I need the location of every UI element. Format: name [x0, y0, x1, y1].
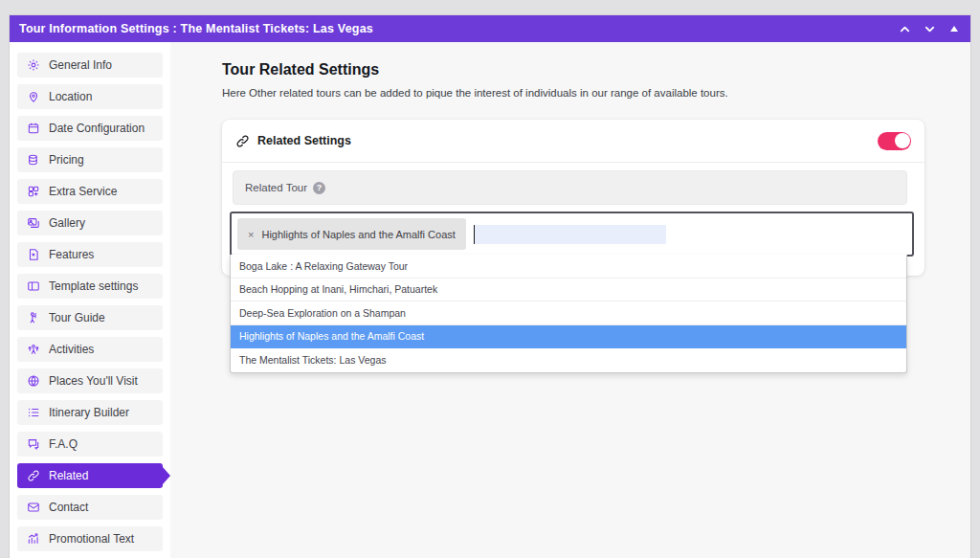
related-tour-field-label-bar: Related Tour ?	[233, 170, 907, 205]
sidebar: General Info Location Date Configuration…	[10, 42, 170, 558]
related-settings-toggle[interactable]	[878, 132, 911, 150]
sidebar-item-label: Location	[49, 90, 92, 103]
chevron-up-icon[interactable]	[898, 22, 911, 35]
selected-tour-tag-label: Highlights of Naples and the Amalfi Coas…	[261, 229, 455, 240]
related-settings-card: Related Settings Related Tour ? × Highli…	[222, 120, 924, 276]
sidebar-item-related[interactable]: Related	[17, 463, 163, 488]
app-window: Tour Information Settings : The Mentalis…	[10, 15, 970, 558]
gear-icon	[27, 58, 40, 72]
sidebar-item-label: Tour Guide	[49, 311, 105, 324]
sidebar-item-features[interactable]: Features	[17, 242, 163, 267]
sidebar-item-label: Promotional Text	[49, 532, 134, 546]
sidebar-item-label: Contact	[49, 501, 88, 514]
sidebar-item-activities[interactable]: Activities	[17, 337, 163, 362]
sidebar-item-label: Features	[49, 248, 94, 261]
main-content: Tour Related Settings Here Other related…	[170, 42, 970, 558]
people-icon	[27, 343, 40, 356]
help-icon[interactable]: ?	[313, 182, 325, 194]
coins-icon	[27, 153, 40, 167]
sidebar-item-label: Extra Service	[49, 185, 117, 198]
globe-icon	[27, 374, 40, 388]
dropdown-option[interactable]: The Mentalist Tickets: Las Vegas	[231, 348, 906, 372]
sidebar-item-label: F.A.Q	[49, 437, 78, 451]
layout-icon	[27, 279, 40, 293]
tour-options-dropdown: Boga Lake : A Relaxing Gateway Tour Beac…	[230, 255, 907, 373]
search-input[interactable]	[475, 225, 666, 244]
sidebar-item-general-info[interactable]: General Info	[17, 53, 163, 78]
sidebar-item-date-configuration[interactable]: Date Configuration	[17, 116, 163, 141]
dropdown-option[interactable]: Beach Hopping at Inani, Himchari, Patuar…	[231, 279, 906, 302]
sidebar-item-location[interactable]: Location	[17, 84, 163, 109]
sidebar-item-template-settings[interactable]: Template settings	[17, 274, 163, 299]
chart-icon	[27, 532, 40, 546]
images-icon	[27, 216, 40, 230]
card-header: Related Settings	[222, 120, 924, 162]
chevron-down-icon[interactable]	[923, 22, 936, 35]
list-icon	[27, 406, 40, 419]
card-divider	[222, 162, 924, 163]
chat-icon	[27, 437, 40, 451]
sidebar-item-faq[interactable]: F.A.Q	[17, 432, 163, 457]
page-title: Tour Related Settings	[222, 61, 924, 78]
sidebar-item-label: Itinerary Builder	[49, 406, 129, 419]
sidebar-item-label: General Info	[49, 58, 112, 72]
sidebar-item-places-youll-visit[interactable]: Places You'll Visit	[17, 368, 163, 393]
selected-tour-tag: × Highlights of Naples and the Amalfi Co…	[237, 218, 466, 250]
related-tour-select-wrap: × Highlights of Naples and the Amalfi Co…	[230, 212, 914, 257]
sidebar-item-label: Places You'll Visit	[49, 374, 138, 388]
titlebar-actions	[898, 22, 961, 35]
sidebar-item-label: Related	[49, 469, 88, 482]
sidebar-item-label: Pricing	[49, 153, 84, 167]
grid-plus-icon	[27, 185, 40, 198]
map-pin-icon	[27, 90, 40, 103]
sidebar-item-label: Date Configuration	[49, 122, 145, 135]
dropdown-option-highlighted[interactable]: Highlights of Naples and the Amalfi Coas…	[231, 325, 906, 349]
dropdown-option[interactable]: Boga Lake : A Relaxing Gateway Tour	[231, 255, 906, 279]
toggle-knob	[895, 133, 910, 148]
sidebar-item-pricing[interactable]: Pricing	[17, 147, 163, 172]
card-header-title: Related Settings	[257, 134, 351, 147]
mail-icon	[27, 501, 40, 514]
sidebar-item-label: Activities	[49, 343, 94, 356]
sidebar-item-gallery[interactable]: Gallery	[17, 211, 163, 235]
dropdown-option[interactable]: Deep-Sea Exploration on a Shampan	[231, 301, 906, 325]
remove-tag-icon[interactable]: ×	[248, 229, 254, 240]
sidebar-item-label: Template settings	[49, 279, 138, 293]
sidebar-item-itinerary-builder[interactable]: Itinerary Builder	[17, 400, 163, 425]
titlebar: Tour Information Settings : The Mentalis…	[10, 15, 970, 42]
link-icon	[27, 469, 40, 482]
document-star-icon	[27, 248, 40, 261]
sidebar-item-promotional-text[interactable]: Promotional Text	[17, 526, 163, 551]
guide-person-icon	[27, 311, 40, 324]
related-tour-label: Related Tour	[245, 182, 307, 193]
link-icon	[235, 134, 250, 148]
triangle-up-icon[interactable]	[947, 22, 961, 35]
sidebar-item-extra-service[interactable]: Extra Service	[17, 179, 163, 204]
sidebar-item-tour-guide[interactable]: Tour Guide	[17, 305, 163, 330]
sidebar-item-contact[interactable]: Contact	[17, 495, 163, 520]
page-subtitle: Here Other related tours can be added to…	[222, 87, 924, 99]
window-title: Tour Information Settings : The Mentalis…	[19, 22, 373, 35]
related-tour-multiselect[interactable]: × Highlights of Naples and the Amalfi Co…	[230, 212, 914, 257]
calendar-icon	[27, 122, 40, 135]
sidebar-item-label: Gallery	[49, 216, 85, 230]
